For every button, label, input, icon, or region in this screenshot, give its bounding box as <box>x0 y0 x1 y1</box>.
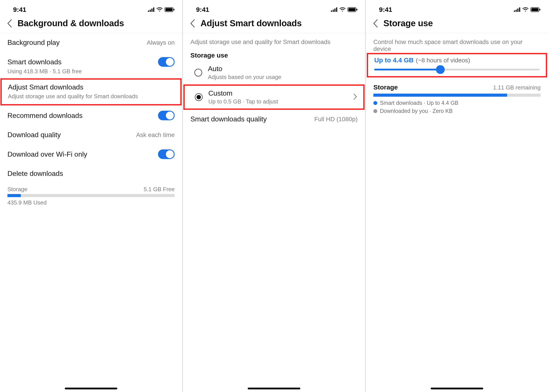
svg-rect-0 <box>148 11 149 12</box>
row-label: Recommend downloads <box>7 112 83 120</box>
header: Background & downloads <box>0 15 182 33</box>
cellular-icon <box>148 7 155 12</box>
radio-icon <box>194 69 202 77</box>
row-value: Ask each time <box>136 132 175 139</box>
header: Adjust Smart downloads <box>183 15 365 33</box>
row-value: Full HD (1080p) <box>314 116 358 123</box>
svg-rect-7 <box>331 11 332 12</box>
svg-rect-16 <box>517 8 519 12</box>
svg-rect-14 <box>514 11 515 12</box>
storage-bar-fill <box>373 94 507 97</box>
battery-icon <box>531 7 541 12</box>
svg-rect-10 <box>336 7 337 12</box>
svg-rect-12 <box>349 8 356 11</box>
back-button[interactable] <box>6 20 13 27</box>
row-sub: Using 418.3 MB · 5.1 GB free <box>7 68 82 75</box>
slider-label: Up to 4.4 GB (~8 hours of videos) <box>374 56 540 64</box>
svg-rect-17 <box>519 7 520 12</box>
row-label: Smart downloads quality <box>190 115 267 123</box>
back-button[interactable] <box>372 20 379 27</box>
row-recommend-downloads[interactable]: Recommend downloads <box>0 105 182 126</box>
content: Adjust storage use and quality for Smart… <box>183 33 365 128</box>
panel-background-downloads: 9:41 Background & downloads Background p… <box>0 0 182 392</box>
status-right <box>514 7 541 12</box>
home-indicator[interactable] <box>65 388 117 389</box>
status-time: 9:41 <box>196 6 209 13</box>
recommend-downloads-toggle[interactable] <box>158 111 175 120</box>
row-label: Download quality <box>7 131 61 139</box>
row-background-play[interactable]: Background play Always on <box>0 33 182 52</box>
storage-slider[interactable] <box>374 69 540 70</box>
dot-icon <box>373 101 377 105</box>
wifi-icon <box>522 7 529 12</box>
legend-text: Smart downloads · Up to 4.4 GB <box>380 100 458 106</box>
status-bar: 9:41 <box>0 0 182 15</box>
content: Background play Always on Smart download… <box>0 33 182 206</box>
svg-rect-5 <box>165 8 172 11</box>
svg-rect-15 <box>516 10 517 12</box>
slider-highlight: Up to 4.4 GB (~8 hours of videos) <box>367 53 547 77</box>
storage-label: Storage <box>373 84 398 91</box>
row-adjust-smart-highlight[interactable]: Adjust Smart downloads Adjust storage us… <box>0 78 182 105</box>
wifi-icon <box>156 7 163 12</box>
legend-you: Downloaded by you · Zero KB <box>373 108 541 114</box>
home-indicator[interactable] <box>248 388 300 389</box>
section-storage-use: Storage use <box>183 48 365 61</box>
battery-icon <box>164 7 175 12</box>
radio-icon-selected <box>195 93 203 101</box>
panel-adjust-smart: 9:41 Adjust Smart downloads Adjust stora… <box>183 0 365 392</box>
smart-downloads-toggle[interactable] <box>158 57 175 67</box>
legend-text: Downloaded by you · Zero KB <box>380 108 453 114</box>
status-right <box>148 7 175 12</box>
row-label: Background play <box>7 39 59 47</box>
row-download-wifi-only[interactable]: Download over Wi-Fi only <box>0 144 182 164</box>
row-label: Adjust Smart downloads <box>8 83 174 91</box>
storage-label: Storage <box>7 186 27 193</box>
wifi-only-toggle[interactable] <box>158 149 175 159</box>
chevron-right-icon <box>353 93 357 101</box>
home-indicator[interactable] <box>431 388 483 389</box>
wifi-icon <box>339 7 346 12</box>
svg-rect-20 <box>540 9 540 11</box>
cellular-icon <box>331 7 337 12</box>
row-download-quality[interactable]: Download quality Ask each time <box>0 126 182 144</box>
svg-rect-9 <box>334 8 335 12</box>
radio-sub: Up to 0.5 GB · Tap to adjust <box>208 98 348 105</box>
radio-custom-highlight: Custom Up to 0.5 GB · Tap to adjust <box>183 84 365 110</box>
storage-free: 5.1 GB Free <box>143 186 175 193</box>
storage-remaining: 1.11 GB remaining <box>493 84 541 91</box>
slider-fill <box>374 69 440 70</box>
row-smart-downloads[interactable]: Smart downloads <box>0 52 182 68</box>
storage-bar-fill <box>7 194 21 197</box>
back-button[interactable] <box>189 20 196 27</box>
slider-approx: (~8 hours of videos) <box>416 57 470 64</box>
radio-sub: Adjusts based on your usage <box>208 74 358 81</box>
storage-bar <box>373 94 541 97</box>
radio-custom[interactable]: Custom Up to 0.5 GB · Tap to adjust <box>185 86 363 109</box>
legend-smart: Smart downloads · Up to 4.4 GB <box>373 100 541 106</box>
svg-rect-6 <box>174 9 174 11</box>
slider-value: Up to 4.4 GB <box>374 56 414 64</box>
svg-rect-19 <box>531 8 538 11</box>
cellular-icon <box>514 7 520 12</box>
status-bar: 9:41 <box>366 0 548 15</box>
row-smart-quality[interactable]: Smart downloads quality Full HD (1080p) <box>183 110 365 128</box>
svg-rect-8 <box>333 10 334 12</box>
radio-label: Auto <box>208 65 358 73</box>
storage-bar <box>7 194 175 197</box>
status-time: 9:41 <box>379 6 392 13</box>
slider-thumb[interactable] <box>436 65 445 74</box>
status-bar: 9:41 <box>183 0 365 15</box>
row-value: Always on <box>147 39 175 46</box>
dot-icon <box>373 109 377 113</box>
status-right <box>331 7 358 12</box>
radio-auto[interactable]: Auto Adjusts based on your usage <box>183 61 365 84</box>
storage-legend: Smart downloads · Up to 4.4 GB Downloade… <box>366 100 548 114</box>
storage-used: 435.9 MB Used <box>0 199 182 206</box>
page-desc: Adjust storage use and quality for Smart… <box>183 33 365 48</box>
page-title: Adjust Smart downloads <box>200 18 302 28</box>
svg-rect-3 <box>153 7 154 12</box>
content: Control how much space smart downloads u… <box>366 33 548 116</box>
row-delete-downloads[interactable]: Delete downloads <box>0 164 182 183</box>
page-desc: Control how much space smart downloads u… <box>366 33 548 53</box>
